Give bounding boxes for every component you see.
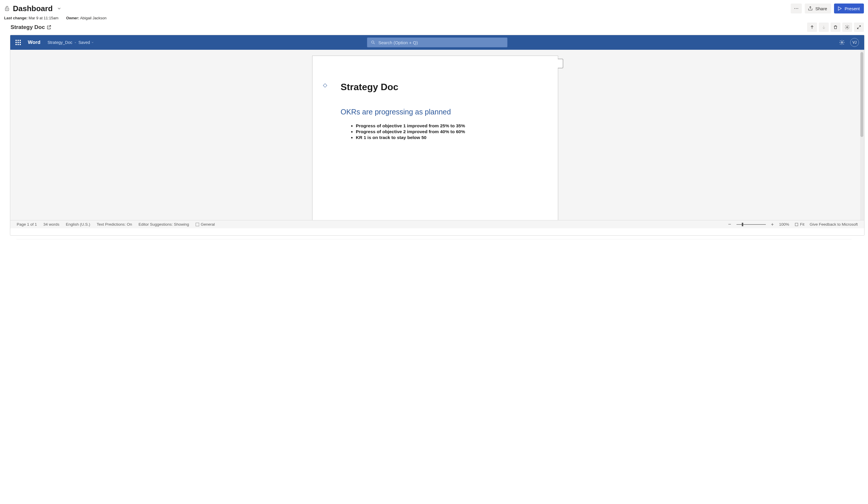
last-change: Last change: Mar 9 at 11:15am: [4, 16, 59, 20]
unlock-icon: [4, 6, 10, 11]
filename-separator: -: [75, 40, 76, 45]
document-canvas-wrap: Strategy Doc OKRs are progressing as pla…: [10, 50, 864, 220]
search-input[interactable]: Search (Option + Q): [367, 38, 507, 48]
word-settings-icon[interactable]: [839, 40, 845, 45]
title-row: Dashboard Share Present: [4, 3, 864, 13]
share-button[interactable]: Share: [805, 3, 831, 13]
title-left: Dashboard: [4, 4, 62, 13]
chevron-down-icon[interactable]: [57, 6, 62, 11]
frame-footer-space: [10, 228, 864, 235]
open-external-icon: [46, 24, 52, 30]
top-header: Dashboard Share Present: [0, 0, 868, 22]
page-side-tab[interactable]: [558, 59, 563, 68]
list-item: KR 1 is on track to stay below 50: [356, 135, 530, 140]
word-app-name: Word: [28, 40, 40, 45]
doc-handle-icon: [323, 83, 327, 87]
list-item: Progress of objective 1 improved from 25…: [356, 123, 530, 128]
zoom-value[interactable]: 100%: [779, 222, 789, 227]
word-title-bar: Word Strategy_Doc - Saved Search (Option…: [10, 35, 864, 50]
present-button[interactable]: Present: [834, 3, 864, 13]
status-general[interactable]: General: [196, 222, 215, 227]
status-predictions[interactable]: Text Predictions: On: [97, 222, 132, 227]
settings-button[interactable]: [842, 22, 852, 32]
document-heading: OKRs are progressing as planned: [341, 108, 530, 116]
last-change-label: Last change:: [4, 16, 28, 20]
owner-value: Abigail Jackson: [80, 16, 106, 20]
svg-rect-8: [795, 223, 798, 225]
move-down-button[interactable]: [819, 22, 829, 32]
fit-button[interactable]: Fit: [795, 222, 805, 227]
scrollbar-thumb[interactable]: [860, 52, 863, 137]
scrollbar-track[interactable]: [859, 50, 864, 220]
word-saved-status: Saved: [79, 40, 94, 45]
zoom-out-button[interactable]: −: [728, 221, 731, 228]
sensitivity-icon: [196, 223, 199, 226]
word-bar-right: VJ: [839, 38, 859, 47]
owner-label: Owner:: [66, 16, 79, 20]
delete-button[interactable]: [830, 22, 840, 32]
section-title-text: Strategy Doc: [11, 24, 45, 30]
svg-point-3: [796, 8, 797, 9]
svg-point-6: [372, 41, 374, 43]
owner: Owner: Abigail Jackson: [66, 16, 106, 20]
feedback-link[interactable]: Give Feedback to Microsoft: [810, 222, 858, 227]
zoom-slider[interactable]: [736, 224, 766, 225]
present-label: Present: [845, 6, 860, 11]
share-icon: [808, 6, 813, 11]
page-title: Dashboard: [13, 4, 53, 13]
section-header: Strategy Doc: [0, 22, 868, 35]
word-status-bar: Page 1 of 1 34 words English (U.S.) Text…: [10, 220, 864, 228]
document-canvas[interactable]: Strategy Doc OKRs are progressing as pla…: [10, 50, 860, 220]
word-embed-frame: Word Strategy_Doc - Saved Search (Option…: [10, 35, 865, 235]
svg-point-4: [797, 8, 798, 9]
document-bullet-list: Progress of objective 1 improved from 25…: [341, 123, 530, 140]
zoom-thumb[interactable]: [742, 223, 743, 226]
move-up-button[interactable]: [807, 22, 817, 32]
word-filename-row[interactable]: Strategy_Doc - Saved: [48, 40, 94, 45]
meta-row: Last change: Mar 9 at 11:15am Owner: Abi…: [4, 16, 864, 20]
search-icon: [371, 40, 375, 45]
list-item: Progress of objective 2 improved from 40…: [356, 129, 530, 134]
last-change-value: Mar 9 at 11:15am: [29, 16, 59, 20]
document-title: Strategy Doc: [341, 82, 530, 93]
status-words[interactable]: 34 words: [43, 222, 60, 227]
avatar-initials: VJ: [852, 40, 857, 44]
expand-button[interactable]: [854, 22, 864, 32]
play-icon: [837, 6, 842, 11]
app-launcher-icon[interactable]: [16, 40, 21, 45]
bottom-divider: [17, 239, 851, 252]
status-language[interactable]: English (U.S.): [66, 222, 90, 227]
section-title[interactable]: Strategy Doc: [11, 24, 52, 30]
status-right: − + 100% Fit Give Feedback to Microsoft: [728, 221, 858, 228]
title-right-actions: Share Present: [791, 3, 864, 13]
section-actions: [807, 22, 864, 32]
svg-point-5: [847, 27, 848, 28]
search-placeholder: Search (Option + Q): [378, 40, 418, 45]
svg-point-2: [795, 8, 795, 9]
svg-point-1: [7, 9, 7, 10]
avatar[interactable]: VJ: [850, 38, 859, 47]
zoom-in-button[interactable]: +: [771, 222, 774, 227]
word-filename: Strategy_Doc: [48, 40, 72, 45]
status-editor[interactable]: Editor Suggestions: Showing: [138, 222, 189, 227]
more-button[interactable]: [791, 3, 802, 13]
status-page[interactable]: Page 1 of 1: [17, 222, 37, 227]
share-label: Share: [815, 6, 827, 11]
document-page[interactable]: Strategy Doc OKRs are progressing as pla…: [312, 56, 558, 220]
svg-point-7: [841, 42, 843, 43]
